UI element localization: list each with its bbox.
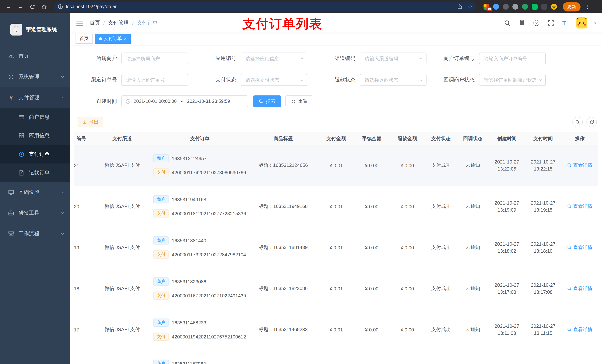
cell-order: 商户 1635312124657 支付 42000011742021102780… [148, 145, 248, 186]
chevron-down-icon [419, 56, 423, 61]
export-button[interactable]: 导出 [78, 117, 103, 127]
chrome-update-button[interactable]: 更新 [563, 2, 580, 11]
merchant-select[interactable] [121, 52, 188, 64]
cell-order: 商户 1635311157963 支付 [148, 350, 248, 364]
bookmark-star-icon[interactable]: ☆ [468, 4, 473, 10]
channel-order-no-field[interactable] [121, 74, 188, 86]
browser-menu-icon[interactable]: ⋮ [585, 4, 590, 10]
puzzle-icon[interactable] [541, 4, 547, 10]
filter-label: 回调商户状态 [435, 77, 479, 83]
tab-pay-order[interactable]: 支付订单 × [95, 34, 131, 43]
close-icon[interactable]: × [124, 36, 127, 41]
site-info-icon[interactable] [58, 4, 63, 9]
app-logo[interactable]: 芋道管理系统 [0, 13, 70, 46]
view-detail-link[interactable]: 查看详情 [567, 285, 592, 292]
refresh-table-button[interactable] [586, 117, 597, 127]
table-row[interactable]: 118 微信 JSAPI 支付 商户 1635311823086 支付 [74, 268, 598, 309]
refund-status-input[interactable] [360, 74, 426, 85]
sidebar-item-dev-tools[interactable]: 研发工具 [0, 203, 70, 223]
extension-icon[interactable] [512, 4, 518, 10]
view-detail-link[interactable]: 查看详情 [567, 244, 592, 251]
extension-badge: 10 [486, 7, 492, 11]
pay-status-select[interactable] [241, 74, 307, 86]
merchant-order-no-field[interactable] [479, 52, 546, 64]
filter-label: 渠道订单号 [78, 77, 121, 83]
help-icon[interactable]: ? [533, 19, 540, 27]
url-bar[interactable]: localhost:1024/pay/order ☆ [54, 2, 476, 11]
filter-label: 创建时间 [78, 98, 121, 105]
profile-avatar-icon[interactable] [551, 4, 557, 10]
browser-refresh-icon[interactable] [27, 2, 37, 11]
sidebar-item-refund-order[interactable]: 退款订单 [0, 164, 70, 182]
search-icon[interactable] [504, 19, 511, 27]
table-row[interactable]: 117 微信 JSAPI 支付 商户 1635311468233 支付 [74, 309, 598, 350]
chevron-down-icon [61, 189, 64, 195]
cell-amount: ¥ 0.01 [318, 145, 354, 186]
browser-back-icon[interactable]: ← [4, 2, 13, 11]
font-size-icon[interactable]: TT [562, 19, 569, 27]
breadcrumb-payment[interactable]: 支付管理 [108, 20, 129, 26]
refund-status-select[interactable] [360, 74, 427, 86]
extension-icon[interactable] [503, 4, 509, 10]
app-select-input[interactable] [241, 53, 307, 64]
fullscreen-icon[interactable] [547, 19, 555, 27]
browser-home-icon[interactable] [39, 2, 49, 11]
table-row[interactable]: 120 微信 JSAPI 支付 商户 1635311949168 支付 [74, 186, 598, 227]
cell-amount: ¥ 0.01 [318, 309, 354, 350]
breadcrumb-home[interactable]: 首页 [90, 20, 100, 26]
channel-order-no-input[interactable] [122, 74, 188, 85]
url-text[interactable]: localhost:1024/pay/order [66, 4, 457, 9]
merchant-order-no-input[interactable] [479, 53, 545, 64]
cell-amount: ¥ 0.01 [318, 268, 354, 309]
extension-icon[interactable] [522, 4, 528, 10]
channel-code-input[interactable] [360, 53, 426, 64]
merchant-select-input[interactable] [122, 53, 188, 64]
browser-forward-icon[interactable]: → [16, 2, 25, 11]
create-time-range-picker[interactable]: 2021-10-01 00:00:00 - 2021-10-31 23:59:5… [121, 95, 248, 107]
channel-code-select[interactable] [360, 52, 427, 64]
cell-fee: ¥ 0.00 [354, 186, 389, 227]
sidebar-item-home[interactable]: 首页 [0, 46, 70, 67]
caret-down-icon[interactable]: ▾ [594, 21, 596, 25]
table-row[interactable]: 121 微信 JSAPI 支付 商户 1635312124657 支付 [74, 145, 598, 186]
extension-icon[interactable] [493, 4, 499, 10]
sidebar-item-system[interactable]: 系统管理 [0, 67, 70, 87]
notify-status-select[interactable] [479, 74, 546, 86]
view-detail-link[interactable]: 查看详情 [567, 203, 592, 210]
filter-label: 渠道编码 [316, 55, 360, 62]
cell-notify-status: 未通知 [457, 186, 489, 227]
filter-label: 所属商户 [78, 55, 121, 62]
cell-status: 支付成功 [425, 227, 457, 268]
sidebar-item-infra[interactable]: 基础设施 [0, 182, 70, 203]
table-row[interactable]: 116 微信 JSAPI 支付 商户 1635311157963 支付 [74, 350, 598, 364]
extension-icon[interactable] [532, 4, 538, 10]
github-icon[interactable] [518, 19, 526, 27]
reset-button[interactable]: 重置 [285, 95, 313, 107]
view-detail-link[interactable]: 查看详情 [567, 326, 592, 333]
cell-id: 118 [74, 268, 96, 309]
pay-tag: 支付 [153, 333, 169, 341]
table-row[interactable]: 119 微信 JSAPI 支付 商户 1635311881440 支付 [74, 227, 598, 268]
app-select[interactable] [241, 52, 307, 64]
tab-home[interactable]: 首页 [75, 34, 93, 43]
page-annotation: 支付订单列表 [243, 16, 322, 32]
sidebar-item-app-info[interactable]: 应用信息 [0, 126, 70, 145]
extension-icon[interactable]: 10 [484, 4, 489, 10]
user-avatar[interactable] [576, 17, 587, 29]
sidebar-item-pay-order[interactable]: 支付订单 [0, 145, 70, 164]
breadcrumb-separator: / [132, 20, 134, 26]
sidebar-item-payment[interactable]: ¥ 支付管理 [0, 87, 70, 108]
sidebar-item-label: 研发工具 [19, 210, 39, 216]
notify-status-input[interactable] [479, 74, 545, 85]
search-button[interactable]: 搜索 [253, 95, 281, 107]
toggle-search-button[interactable] [572, 117, 583, 127]
column-header: 创建时间 [489, 132, 525, 145]
hamburger-icon[interactable] [75, 19, 84, 27]
sidebar-item-workflow[interactable]: 工作流程 [0, 223, 70, 244]
view-detail-link[interactable]: 查看详情 [567, 162, 592, 169]
cell-channel: 微信 JSAPI 支付 [96, 145, 148, 186]
pay-status-input[interactable] [241, 74, 307, 85]
payment-submenu: 商户信息 应用信息 支付订单 [0, 108, 70, 182]
sidebar-item-merchant-info[interactable]: 商户信息 [0, 108, 70, 126]
share-icon[interactable] [457, 4, 462, 9]
